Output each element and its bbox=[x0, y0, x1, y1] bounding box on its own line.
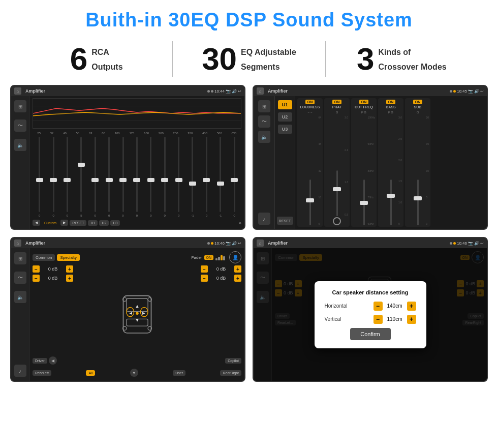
copilot-btn[interactable]: Copilot bbox=[225, 358, 241, 364]
eq-freq-labels: 25 32 40 50 63 80 100 125 160 200 250 32… bbox=[33, 131, 241, 136]
camera-icon-2: 📷 bbox=[468, 89, 473, 94]
status-icons-3: 10:46 📷 🔊 ↩ bbox=[207, 241, 241, 246]
db-row-1: − 0 dB + bbox=[33, 265, 73, 273]
channel-cutfreq: ON CUT FREQ F G 100Hz 90Hz 80Hz 70Hz 60H… bbox=[351, 98, 377, 227]
vol-icon-4: 🔊 bbox=[474, 241, 479, 246]
eq-slider-10[interactable] bbox=[160, 137, 169, 212]
back-icon-2[interactable]: ↩ bbox=[480, 89, 484, 94]
vertical-plus[interactable]: + bbox=[407, 315, 416, 324]
rearleft-btn[interactable]: RearLeft bbox=[33, 370, 51, 376]
wave-icon[interactable]: 〜 bbox=[14, 120, 26, 132]
cutfreq-on[interactable]: ON bbox=[359, 100, 369, 104]
back-icon-4[interactable]: ↩ bbox=[480, 241, 484, 246]
mixer-vol-icon[interactable]: ♪ bbox=[258, 213, 270, 225]
stat-text-crossover-1: Kinds of bbox=[378, 43, 446, 58]
back-icon-1[interactable]: ↩ bbox=[238, 89, 241, 94]
eq-prev-btn[interactable]: ◀ bbox=[33, 220, 40, 226]
driver-btn[interactable]: Driver bbox=[33, 358, 47, 364]
confirm-button[interactable]: Confirm bbox=[350, 328, 391, 340]
eq-slider-12[interactable] bbox=[188, 137, 197, 212]
phat-knob[interactable] bbox=[333, 217, 341, 225]
eq-slider-7[interactable] bbox=[118, 137, 128, 212]
tab-specialty[interactable]: Specialty bbox=[57, 254, 79, 261]
eq-sliders bbox=[33, 136, 241, 213]
eq-slider-9[interactable] bbox=[146, 137, 155, 212]
sp3-speaker-icon[interactable]: 🔈 bbox=[14, 291, 26, 303]
eq-play-btn[interactable]: ▶ bbox=[60, 220, 68, 226]
sp3-wave-icon[interactable]: 〜 bbox=[14, 272, 26, 284]
eq-slider-4[interactable] bbox=[77, 137, 86, 212]
loudness-fader[interactable]: 64 48 32 16 0 bbox=[299, 116, 321, 225]
eq-slider-11[interactable] bbox=[174, 137, 183, 212]
sub-on[interactable]: ON bbox=[413, 100, 423, 104]
cutfreq-fader[interactable]: 100Hz 90Hz 80Hz 70Hz 60Hz bbox=[353, 116, 375, 225]
eq-reset-btn[interactable]: RESET bbox=[70, 220, 86, 226]
eq-slider-2[interactable] bbox=[49, 137, 58, 212]
eq-slider-13[interactable] bbox=[202, 137, 211, 212]
horizontal-plus[interactable]: + bbox=[407, 302, 416, 311]
loudness-on[interactable]: ON bbox=[305, 100, 315, 104]
eq-slider-8[interactable] bbox=[132, 137, 141, 212]
db4-plus[interactable]: + bbox=[234, 275, 241, 282]
stat-eq: 30 EQ Adjustable Segments bbox=[183, 43, 315, 75]
status-bar-1: ⌂ Amplifier 10:44 📷 🔊 ↩ bbox=[11, 86, 244, 96]
eq-slider-14[interactable] bbox=[216, 137, 225, 212]
eq-u2-btn[interactable]: U2 bbox=[99, 220, 109, 226]
sp3-vol-icon[interactable]: ♪ bbox=[14, 365, 26, 377]
user-btn[interactable]: User bbox=[173, 370, 185, 376]
phat-fader[interactable]: 3.0 2.1 1.3 0.5 bbox=[326, 116, 348, 216]
bass-fader[interactable]: 3.0 2.5 2.0 1.5 1.0 0 bbox=[380, 116, 402, 225]
home-icon-4[interactable]: ⌂ bbox=[257, 240, 264, 247]
mixer-u2-btn[interactable]: U2 bbox=[278, 112, 292, 122]
home-icon-1[interactable]: ⌂ bbox=[14, 87, 21, 95]
db-row-2: − 0 dB + bbox=[33, 275, 73, 282]
sub-fader[interactable]: 20 15 10 5 0 bbox=[407, 116, 429, 225]
db3-plus[interactable]: + bbox=[234, 265, 241, 273]
mixer-u3-btn[interactable]: U3 bbox=[278, 125, 292, 134]
speaker-icon[interactable]: 🔈 bbox=[14, 139, 26, 151]
screen2-content: ⊞ 〜 🔈 ♪ U1 U2 U3 RESET ON LOUDNESS bbox=[254, 96, 487, 229]
mixer-eq-icon[interactable]: ⊞ bbox=[258, 100, 270, 112]
eq-slider-5[interactable] bbox=[90, 137, 100, 212]
horizontal-minus[interactable]: − bbox=[374, 302, 383, 311]
mixer-wave-icon[interactable]: 〜 bbox=[258, 115, 270, 128]
eq-slider-1[interactable] bbox=[35, 137, 44, 212]
mixer-reset-btn[interactable]: RESET bbox=[277, 217, 293, 225]
stat-divider-1 bbox=[172, 41, 173, 77]
eq-u1-btn[interactable]: U1 bbox=[88, 220, 98, 226]
mixer-speaker-icon[interactable]: 🔈 bbox=[258, 131, 270, 143]
db3-minus[interactable]: − bbox=[201, 265, 208, 273]
screen3-title: Amplifier bbox=[23, 241, 205, 246]
home-icon-3[interactable]: ⌂ bbox=[14, 240, 21, 247]
fader-on-badge[interactable]: ON bbox=[204, 255, 214, 260]
expand-icon[interactable]: » bbox=[238, 220, 241, 226]
all-btn[interactable]: All bbox=[86, 370, 95, 376]
mixer-u1-btn[interactable]: U1 bbox=[278, 100, 292, 109]
db2-minus[interactable]: − bbox=[33, 275, 40, 282]
eq-icon[interactable]: ⊞ bbox=[14, 100, 26, 112]
vertical-minus[interactable]: − bbox=[374, 315, 383, 324]
eq-slider-3[interactable] bbox=[63, 137, 72, 212]
arrow-down-btn[interactable]: ▼ bbox=[130, 369, 138, 377]
rearright-btn[interactable]: RearRight bbox=[220, 370, 241, 376]
arrow-left-btn[interactable]: ◀ bbox=[49, 356, 57, 365]
db1-plus[interactable]: + bbox=[66, 265, 73, 273]
phat-on[interactable]: ON bbox=[332, 100, 342, 104]
db2-plus[interactable]: + bbox=[66, 275, 73, 282]
horizontal-row: Horizontal − 140cm + bbox=[325, 302, 416, 311]
svg-point-6 bbox=[140, 307, 148, 316]
eq-value-labels: 0 0 0 5 0 0 0 0 0 0 0 -1 0 -1 0 bbox=[33, 213, 241, 218]
sp3-bottom-labels-2: RearLeft All ▼ User RearRight bbox=[33, 368, 241, 378]
fader-bars bbox=[215, 254, 225, 260]
sp3-eq-icon[interactable]: ⊞ bbox=[14, 252, 26, 264]
vertical-label: Vertical bbox=[325, 316, 341, 322]
eq-slider-15[interactable] bbox=[230, 137, 239, 212]
back-icon-3[interactable]: ↩ bbox=[238, 241, 241, 246]
db1-minus[interactable]: − bbox=[33, 265, 40, 273]
db4-minus[interactable]: − bbox=[201, 275, 208, 282]
eq-slider-6[interactable] bbox=[105, 137, 114, 212]
tab-common[interactable]: Common bbox=[33, 254, 55, 261]
home-icon-2[interactable]: ⌂ bbox=[257, 87, 264, 95]
bass-on[interactable]: ON bbox=[386, 100, 396, 104]
eq-u3-btn[interactable]: U3 bbox=[110, 220, 120, 226]
